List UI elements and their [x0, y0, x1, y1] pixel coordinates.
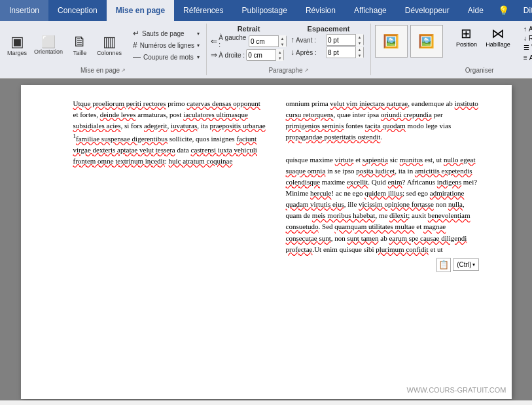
- tab-dites-le[interactable]: Dites-le-r: [514, 0, 532, 21]
- document-area: Utque proeliorum periti rectores primo c…: [0, 79, 532, 400]
- avant-label: ↑ Avant :: [291, 35, 325, 44]
- paste-widget: 📋 (Ctrl) ▾: [286, 258, 479, 272]
- colonnes-icon: ▥: [103, 35, 116, 49]
- droite-label: ⇒ À droite :: [211, 50, 245, 60]
- colonnes-button[interactable]: ▥ Colonnes: [94, 33, 124, 58]
- gauche-spin[interactable]: ▲ ▼: [278, 35, 286, 47]
- ribbon-toolbar: ▣ Marges ⬜ Orientation 🗎 Taille ▥ Colonn…: [0, 21, 532, 79]
- apres-arrow: ↓: [291, 48, 294, 57]
- retrait-header: Retrait: [211, 25, 287, 33]
- ribbon-tabs: Insertion Conception Mise en page Référe…: [0, 0, 532, 21]
- avant-down[interactable]: ▼: [355, 40, 363, 46]
- doc-column-1[interactable]: Utque proeliorum periti rectores primo c…: [73, 98, 266, 386]
- document-page: Utque proeliorum periti rectores primo c…: [21, 85, 512, 399]
- avant-input-wrap[interactable]: ▲ ▼: [326, 34, 364, 46]
- droite-up[interactable]: ▲: [275, 49, 283, 55]
- droite-down[interactable]: ▼: [275, 55, 283, 61]
- align-icon: ≡: [523, 54, 527, 62]
- organiser-content: 🖼️ 🖼️ ⊞ Position ⋈ Habillage ↑ Ava: [375, 25, 532, 65]
- habillage-button[interactable]: ⋈ Habillage: [483, 25, 513, 48]
- avancer-icon: ↑: [523, 26, 527, 33]
- paste-dropdown[interactable]: ▾: [472, 261, 475, 269]
- coupure-icon: —: [133, 52, 141, 62]
- apres-down[interactable]: ▼: [355, 52, 363, 58]
- sauts-de-page-button[interactable]: ↵ Sauts de page ▾: [130, 28, 202, 39]
- image-placeholder: 🖼️: [375, 25, 408, 58]
- apres-input-wrap[interactable]: ▲ ▼: [326, 46, 364, 58]
- apres-label: ↓ Après :: [291, 48, 325, 57]
- retrait-section: Retrait ⇐ À gauche : ▲ ▼: [211, 25, 287, 65]
- espacement-section: Espacement ↑ Avant : ▲ ▼: [291, 25, 366, 65]
- paste-icon-button[interactable]: 📋: [436, 258, 451, 272]
- tab-references[interactable]: Références: [174, 0, 232, 21]
- gauche-input-wrap[interactable]: ▲ ▼: [249, 35, 287, 47]
- colonnes-label: Colonnes: [97, 50, 122, 56]
- avant-row: ↑ Avant : ▲ ▼: [291, 34, 366, 46]
- habillage-label: Habillage: [486, 41, 510, 48]
- group-paragraphe: Retrait ⇐ À gauche : ▲ ▼: [207, 24, 371, 75]
- reculer-icon: ↓: [523, 35, 527, 42]
- droite-spin[interactable]: ▲ ▼: [275, 49, 283, 61]
- col1-text: Utque proeliorum periti rectores primo c…: [73, 98, 266, 167]
- orientation-button[interactable]: ⬜ Orientation: [31, 35, 65, 56]
- position-icon: ⊞: [461, 26, 472, 41]
- droite-input-wrap[interactable]: ▲ ▼: [246, 49, 284, 61]
- paste-ctrl-button[interactable]: (Ctrl) ▾: [453, 258, 478, 271]
- marges-label: Marges: [7, 50, 27, 56]
- paragraphe-expand-icon[interactable]: ↗: [304, 67, 309, 73]
- tab-aide[interactable]: Aide: [459, 0, 493, 21]
- expand-icon[interactable]: ↗: [121, 67, 126, 73]
- droite-input[interactable]: [247, 52, 275, 59]
- coupure-label: Coupure de mots: [143, 54, 194, 61]
- col2-text1: omnium prima velut vim iniectans naturae…: [286, 98, 479, 143]
- avant-spin[interactable]: ▲ ▼: [355, 34, 363, 46]
- group-organiser: 🖼️ 🖼️ ⊞ Position ⋈ Habillage ↑ Ava: [371, 24, 532, 75]
- watermark: WWW.COURS-GRATUIT.COM: [407, 386, 506, 394]
- lightbulb-icon: 💡: [493, 0, 514, 21]
- group-organiser-label: Organiser: [375, 65, 532, 74]
- tab-conception[interactable]: Conception: [48, 0, 107, 21]
- avant-up[interactable]: ▲: [355, 34, 363, 40]
- numlines-arrow: ▾: [197, 43, 200, 48]
- col2-text2: quisque maxime virtute et sapientia sic …: [286, 154, 479, 255]
- reculer-button[interactable]: ↓ Reculer ▾: [522, 34, 532, 43]
- gauche-input[interactable]: [249, 38, 278, 45]
- coupure-de-mots-button[interactable]: — Coupure de mots ▾: [130, 52, 202, 62]
- align-label: A: [529, 54, 532, 62]
- tab-developpeur[interactable]: Développeur: [396, 0, 459, 21]
- doc-column-2[interactable]: omnium prima velut vim iniectans naturae…: [286, 98, 479, 386]
- avancer-button[interactable]: ↑ Avancer ▾: [522, 25, 532, 33]
- gauche-down[interactable]: ▼: [278, 41, 286, 47]
- volet-selection-button[interactable]: ☰ Volet Sélection: [522, 43, 532, 52]
- marges-icon: ▣: [10, 35, 24, 49]
- gauche-row: ⇐ À gauche : ▲ ▼: [211, 34, 287, 48]
- tab-insertion[interactable]: Insertion: [0, 0, 48, 21]
- align-button[interactable]: ≡ A ▾: [522, 54, 532, 62]
- group-mise-en-page-label: Mise en page ↗: [4, 65, 202, 74]
- taille-label: Taille: [73, 50, 87, 56]
- image-placeholder2: 🖼️: [410, 25, 443, 58]
- taille-button[interactable]: 🗎 Taille: [67, 33, 93, 58]
- orientation-icon: ⬜: [41, 36, 56, 48]
- numlines-label: Numéros de lignes: [140, 42, 194, 49]
- tab-affichage[interactable]: Affichage: [345, 0, 396, 21]
- apres-spin[interactable]: ▲ ▼: [355, 46, 363, 58]
- tab-mise-en-page[interactable]: Mise en page: [107, 0, 174, 21]
- gauche-up[interactable]: ▲: [278, 35, 286, 41]
- tab-publipostage[interactable]: Publipostage: [232, 0, 296, 21]
- apres-input[interactable]: [327, 49, 355, 56]
- coupure-arrow: ▾: [197, 54, 200, 60]
- droite-arrow: ⇒: [211, 50, 217, 60]
- numlines-icon: #: [133, 41, 137, 50]
- align-group-row: ≡ A ▾ ⊞ G ▾ ↻ R ▾: [522, 54, 532, 62]
- marges-button[interactable]: ▣ Marges: [4, 33, 30, 58]
- apres-up[interactable]: ▲: [355, 46, 363, 52]
- reculer-label: Reculer: [529, 35, 532, 42]
- numeros-de-lignes-button[interactable]: # Numéros de lignes ▾: [130, 40, 202, 50]
- group-paragraphe-label: Paragraphe ↗: [211, 65, 366, 74]
- position-button[interactable]: ⊞ Position: [452, 25, 482, 48]
- param-sections: Retrait ⇐ À gauche : ▲ ▼: [211, 25, 366, 65]
- tab-revision[interactable]: Révision: [296, 0, 345, 21]
- sauts-arrow: ▾: [197, 31, 200, 37]
- avant-input[interactable]: [327, 37, 355, 44]
